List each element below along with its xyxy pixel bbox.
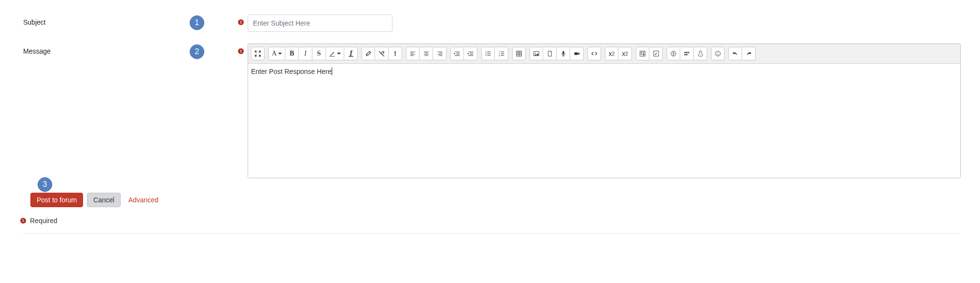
redo-button[interactable] <box>742 47 756 60</box>
accessibility-button[interactable] <box>667 47 680 60</box>
svg-rect-17 <box>640 51 645 57</box>
required-icon: ! <box>20 218 26 224</box>
svg-point-30 <box>715 51 721 57</box>
svg-rect-0 <box>330 56 335 57</box>
advanced-link[interactable]: Advanced <box>128 196 158 204</box>
form-actions: 3 Post to forum Cancel Advanced <box>30 193 961 207</box>
italic-button[interactable]: I <box>299 47 312 60</box>
svg-rect-18 <box>641 52 643 53</box>
prevent-autolink-button[interactable]: ! <box>389 47 402 60</box>
subject-input[interactable] <box>248 14 392 32</box>
undo-button[interactable] <box>728 47 742 60</box>
superscript-button[interactable]: x2 <box>618 47 632 60</box>
text-caret <box>332 68 332 75</box>
svg-rect-16 <box>574 52 577 55</box>
cancel-button[interactable]: Cancel <box>87 193 121 207</box>
text-color-dropdown[interactable] <box>326 47 344 60</box>
divider <box>23 233 961 234</box>
svg-point-31 <box>717 53 717 53</box>
svg-point-3 <box>486 53 487 54</box>
align-right-button[interactable] <box>433 47 447 60</box>
html-button[interactable] <box>588 47 601 60</box>
svg-rect-8 <box>517 51 522 57</box>
editor-toolbar: A B I S <box>248 44 960 64</box>
paragraph-style-dropdown[interactable]: A <box>268 47 285 60</box>
message-content: Enter Post Response Here <box>251 68 332 75</box>
svg-point-2 <box>486 52 487 53</box>
edit-button[interactable] <box>649 47 663 60</box>
equation-editor-button[interactable] <box>636 47 649 60</box>
align-center-button[interactable] <box>420 47 433 60</box>
svg-point-32 <box>718 53 719 53</box>
svg-text:3: 3 <box>499 55 500 57</box>
subject-label: Subject <box>23 14 190 26</box>
post-to-forum-button[interactable]: Post to forum <box>30 193 83 207</box>
svg-rect-26 <box>686 52 687 54</box>
svg-point-4 <box>486 55 487 56</box>
svg-rect-29 <box>686 54 687 56</box>
insert-image-button[interactable] <box>530 47 543 60</box>
message-row: Message 2 ! A <box>23 43 961 178</box>
bold-button[interactable]: B <box>285 47 299 60</box>
clear-formatting-button[interactable] <box>344 47 358 60</box>
svg-rect-27 <box>687 52 689 54</box>
svg-rect-28 <box>684 54 686 56</box>
required-icon: ! <box>238 48 244 54</box>
unlink-button[interactable] <box>375 47 389 60</box>
record-video-button[interactable] <box>570 47 584 60</box>
step-badge-1: 1 <box>190 15 204 30</box>
svg-rect-25 <box>684 52 686 54</box>
required-icon: ! <box>238 19 244 25</box>
required-legend: ! Required <box>20 217 961 225</box>
svg-rect-15 <box>562 51 564 55</box>
message-textarea[interactable]: Enter Post Response Here <box>248 64 960 178</box>
svg-rect-20 <box>641 54 643 55</box>
chevron-down-icon <box>337 53 341 57</box>
chemistry-button[interactable] <box>694 47 707 60</box>
indent-button[interactable] <box>464 47 477 60</box>
svg-point-24 <box>673 52 674 53</box>
required-text: Required <box>30 217 57 225</box>
table-button[interactable] <box>512 47 526 60</box>
step-badge-2: 2 <box>190 44 204 59</box>
strikethrough-button[interactable]: S <box>312 47 326 60</box>
subscript-button[interactable]: x2 <box>605 47 618 60</box>
emoji-button[interactable] <box>711 47 725 60</box>
svg-rect-21 <box>643 54 644 56</box>
screenreader-helper-button[interactable] <box>680 47 694 60</box>
subject-row: Subject 1 ! <box>23 14 961 32</box>
message-label: Message <box>23 43 190 55</box>
bullet-list-button[interactable] <box>481 47 495 60</box>
record-audio-button[interactable] <box>557 47 570 60</box>
rich-text-editor: A B I S <box>248 43 961 178</box>
align-left-button[interactable] <box>406 47 420 60</box>
fullscreen-button[interactable] <box>251 47 265 60</box>
link-button[interactable] <box>362 47 375 60</box>
svg-rect-19 <box>643 52 644 53</box>
outdent-button[interactable] <box>450 47 464 60</box>
svg-point-14 <box>535 53 536 54</box>
chevron-down-icon <box>278 53 282 57</box>
step-badge-3: 3 <box>38 177 52 192</box>
numbered-list-button[interactable]: 123 <box>495 47 508 60</box>
insert-file-button[interactable] <box>543 47 557 60</box>
